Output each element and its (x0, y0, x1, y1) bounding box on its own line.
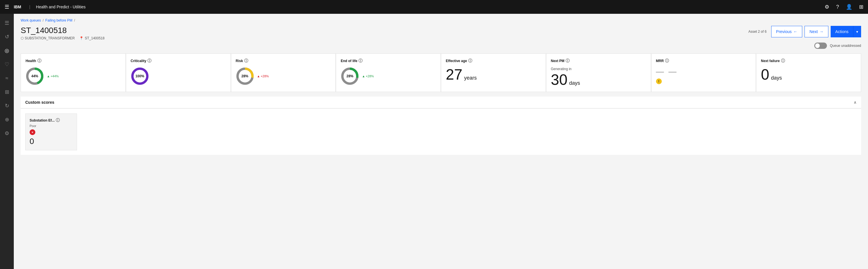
actions-chevron-button[interactable]: ▾ (853, 26, 861, 37)
score-card-info-icon[interactable]: ⓘ (56, 118, 60, 123)
asset-id-label: ST_1400518 (85, 36, 104, 40)
eol-donut: 28% (341, 67, 359, 85)
sidebar-item-analytics[interactable]: ≈ (0, 71, 14, 85)
sidebar-item-health[interactable]: ♡ (0, 58, 14, 71)
previous-label: Previous (776, 29, 792, 34)
next-pm-value: 30 (551, 72, 567, 87)
risk-donut-label: 28% (241, 74, 248, 78)
effective-age-unit: years (464, 75, 477, 81)
sidebar: ☰ ↺ ◎ ♡ ≈ ⊞ ↻ ⊕ ⚙ (0, 14, 14, 269)
sidebar-item-add[interactable]: ⊕ (0, 113, 14, 126)
app-title: Health and Predict - Utilities (36, 5, 86, 9)
breadcrumb-failing-before-pm[interactable]: Failing before PM (45, 19, 72, 22)
risk-info-icon[interactable]: ⓘ (244, 58, 248, 63)
top-navigation: ☰ IBM | Health and Predict - Utilities ⚙… (0, 0, 868, 14)
sidebar-item-history[interactable]: ↺ (0, 30, 14, 44)
actions-button-group: Actions ▾ (831, 26, 861, 37)
toggle-knob (815, 43, 820, 48)
ibm-brand: IBM (14, 5, 21, 9)
up-arrow-risk-icon: ▲ (257, 74, 260, 78)
hamburger-menu[interactable]: ☰ (5, 4, 9, 10)
page-title: ST_1400518 (21, 26, 104, 35)
next-pm-sub: Generating in (551, 67, 646, 71)
score-card-value: 0 (30, 137, 73, 146)
next-failure-value: 0 (761, 67, 769, 82)
kpi-cards-row: Health ⓘ 44% ▲ +44% (21, 54, 861, 92)
kpi-title-end-of-life: End of life ⓘ (341, 58, 436, 63)
mrr-info-icon[interactable]: ⓘ (665, 58, 669, 63)
next-label: Next (809, 29, 818, 34)
asset-id-item: 📍 ST_1400518 (79, 36, 104, 40)
health-donut-label: 44% (31, 74, 38, 78)
header-right: Asset 2 of 6 Previous ← Next → Actions ▾ (748, 26, 861, 37)
next-pm-info-icon[interactable]: ⓘ (565, 58, 569, 63)
up-arrow-eol-icon: ▲ (362, 74, 365, 78)
actions-main-button[interactable]: Actions (831, 26, 853, 37)
help-icon[interactable]: ? (836, 4, 839, 10)
next-pm-unit: days (569, 80, 580, 86)
page-header: ST_1400518 ⬡ SUBSTATION_TRANSFORMER 📍 ST… (21, 26, 861, 40)
kpi-card-health: Health ⓘ 44% ▲ +44% (21, 54, 126, 92)
effective-age-value: 27 (446, 67, 462, 82)
main-content: Work queues / Failing before PM / ST_140… (14, 14, 868, 269)
criticality-donut-label: 100% (135, 74, 144, 78)
location-icon: 📍 (79, 36, 84, 40)
next-failure-unit: days (771, 75, 782, 81)
apps-icon[interactable]: ⊞ (859, 4, 863, 10)
health-info-icon[interactable]: ⓘ (37, 58, 41, 63)
sidebar-item-refresh[interactable]: ↻ (0, 99, 14, 113)
custom-scores-title: Custom scores (25, 100, 54, 104)
kpi-card-end-of-life: End of life ⓘ 28% ▲ +28% (336, 54, 441, 92)
next-failure-info-icon[interactable]: ⓘ (781, 58, 785, 63)
kpi-title-next-pm: Next PM ⓘ (551, 58, 646, 63)
breadcrumb: Work queues / Failing before PM / (21, 19, 861, 22)
nav-controls: Asset 2 of 6 Previous ← Next → Actions ▾ (748, 26, 861, 37)
previous-button[interactable]: Previous ← (771, 26, 802, 37)
health-change: ▲ +44% (47, 74, 59, 78)
chevron-down-icon: ▾ (856, 30, 858, 34)
kpi-title-mrr: MRR ⓘ (656, 58, 751, 63)
health-donut: 44% (26, 67, 44, 85)
sidebar-item-grid[interactable]: ⊞ (0, 85, 14, 99)
effective-age-info-icon[interactable]: ⓘ (468, 58, 472, 63)
settings-icon[interactable]: ⚙ (825, 4, 829, 10)
queue-toggle[interactable] (814, 42, 827, 49)
breadcrumb-work-queues[interactable]: Work queues (21, 19, 41, 22)
sidebar-item-settings[interactable]: ⚙ (0, 126, 14, 140)
risk-change: ▲ +28% (257, 74, 269, 78)
kpi-title-next-failure: Next failure ⓘ (761, 58, 856, 63)
sidebar-item-menu[interactable]: ☰ (0, 16, 14, 30)
custom-scores-header: Custom scores ∧ (21, 96, 861, 108)
mrr-dashes: — — (656, 67, 751, 76)
score-card: Substation Ef... ⓘ Poor × 0 (25, 114, 77, 150)
kpi-card-risk: Risk ⓘ 28% ▲ +28% (231, 54, 336, 92)
title-area: ST_1400518 ⬡ SUBSTATION_TRANSFORMER 📍 ST… (21, 26, 104, 40)
risk-donut: 28% (236, 67, 254, 85)
score-card-status-icon: × (30, 129, 35, 135)
kpi-title-effective-age: Effective age ⓘ (446, 58, 541, 63)
criticality-info-icon[interactable]: ⓘ (147, 58, 151, 63)
kpi-title-criticality: Criticality ⓘ (131, 58, 226, 63)
eol-change: ▲ +28% (362, 74, 374, 78)
asset-type-item: ⬡ SUBSTATION_TRANSFORMER (21, 36, 75, 40)
asset-meta: ⬡ SUBSTATION_TRANSFORMER 📍 ST_1400518 (21, 36, 104, 40)
arrow-right-icon: → (819, 29, 824, 34)
up-arrow-icon: ▲ (47, 74, 50, 78)
custom-scores-area: Substation Ef... ⓘ Poor × 0 (21, 109, 861, 155)
eol-info-icon[interactable]: ⓘ (359, 58, 363, 63)
kpi-card-next-failure: Next failure ⓘ 0 days (756, 54, 861, 92)
score-card-status: Poor (30, 124, 73, 128)
queue-row: Queue unaddressed (21, 42, 861, 49)
asset-type-icon: ⬡ (21, 36, 24, 40)
custom-scores-chevron-icon[interactable]: ∧ (854, 100, 857, 104)
user-icon[interactable]: 👤 (846, 4, 852, 10)
eol-donut-label: 28% (346, 74, 353, 78)
kpi-card-effective-age: Effective age ⓘ 27 years (441, 54, 546, 92)
kpi-card-next-pm: Next PM ⓘ Generating in 30 days (546, 54, 651, 92)
kpi-title-risk: Risk ⓘ (236, 58, 331, 63)
queue-label: Queue unaddressed (830, 44, 861, 48)
kpi-card-criticality: Criticality ⓘ 100% (126, 54, 230, 92)
sidebar-item-target[interactable]: ◎ (0, 44, 14, 58)
criticality-donut: 100% (131, 67, 149, 85)
next-button[interactable]: Next → (805, 26, 828, 37)
